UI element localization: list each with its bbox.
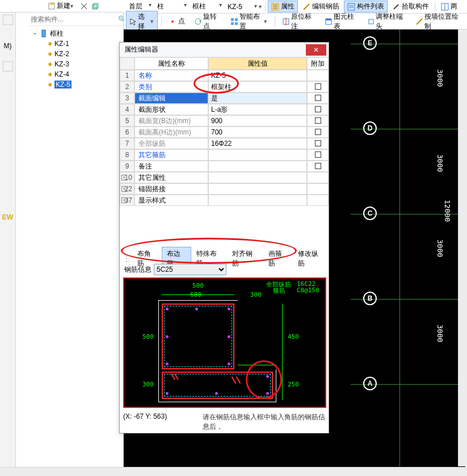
tree-item[interactable]: ✹KZ-2 [48,49,123,59]
adjust-end-button[interactable]: 调整柱端头 [364,11,410,32]
smart-arrange-button[interactable]: 智能布置 ▼ [227,11,271,32]
close-button[interactable]: ✕ [306,44,326,56]
panel-title: 属性编辑器 [124,45,158,54]
copy-icon[interactable] [91,2,99,10]
origin-mark-button[interactable]: 原位标注 [279,11,319,32]
rotate-icon [194,18,201,26]
dimension-text: 3000 [436,69,444,87]
component-tree-panel: 🔍 − 框柱 ✹KZ-1 ✹KZ-2 ✹KZ-3 ✹KZ-4 ✹KZ-5 [28,12,124,476]
close-icon[interactable] [80,2,88,10]
col-name: 属性名称 [134,57,208,70]
tree-root[interactable]: − 框柱 [32,28,123,39]
item-icon: ✹ [48,51,52,57]
select-button[interactable]: 选择 ▼ [126,11,158,32]
tree-root-label: 框柱 [50,29,64,39]
cursor-icon [129,18,136,26]
svg-rect-12 [348,3,355,10]
horizontal-scrollbar[interactable] [0,467,467,476]
column-sheet-button[interactable]: 图元柱表 [321,11,361,32]
left-tool-gutter: M) EW [0,0,16,476]
property-row[interactable]: 3截面编辑是 [120,92,329,104]
svg-line-15 [394,5,398,9]
svg-rect-22 [231,18,234,21]
eyedropper-icon [392,3,400,11]
svg-rect-23 [235,18,237,21]
column-icon [40,30,48,37]
svg-line-11 [304,4,309,10]
grid-bubble: A [363,377,377,390]
dimension-text: 3000 [436,325,444,342]
rebar-info-label: 钢筋信息 [124,265,152,275]
section-diagram[interactable]: 500 600 300 450 250 500 300 全部纵筋 箍筋 16C2… [123,277,326,408]
rebar-tab[interactable]: 修改纵筋 [293,247,329,271]
legend-label: 箍筋 [273,287,285,295]
property-row[interactable]: 9备注 [120,161,329,172]
grid-bubble: C [363,207,377,220]
dim-label: 450 [288,333,299,340]
col-value: 属性值 [208,57,307,70]
properties-icon [271,3,279,11]
vertical-scrollbar[interactable] [458,30,467,466]
dimension-text: 3000 [436,154,444,172]
gutter-label-ew: EW [0,213,15,221]
tree-item-selected[interactable]: ✹KZ-5 [48,79,123,90]
svg-marker-18 [131,19,136,25]
grid-bubble: D [363,121,377,135]
mark-icon [282,18,289,26]
panel-titlebar[interactable]: 属性编辑器 ✕ [120,43,329,57]
point-button[interactable]: 点 [165,15,188,27]
svg-rect-24 [231,22,234,25]
dimension-text: 3000 [436,239,444,257]
tree: − 框柱 ✹KZ-1 ✹KZ-2 ✹KZ-3 ✹KZ-4 ✹KZ-5 [28,26,123,90]
svg-marker-21 [199,20,201,22]
wall-icon [415,18,423,26]
new-button[interactable]: 新建 ▼ [45,1,77,12]
list-icon [347,3,355,11]
status-message: 请在钢筋信息输入框中输入角筋的钢筋信息后， [203,412,326,432]
svg-rect-6 [42,30,45,37]
search-row: 🔍 [28,12,123,26]
status-bar: (X: -67 Y: 563) 请在钢筋信息输入框中输入角筋的钢筋信息后， [123,412,326,432]
rebar-tab[interactable]: 对齐钢筋 [227,247,263,271]
gutter-label: M) [0,42,15,50]
col-extra: 附加 [307,57,329,70]
property-row[interactable]: 22+锚固搭接 [120,183,329,195]
svg-rect-30 [369,19,373,24]
property-row[interactable]: 4截面形状L-a形 [120,104,329,115]
rebar-info-select[interactable]: 5C25 [154,264,226,275]
table-body: 1名称KZ-52类别框架柱3截面编辑是4截面形状L-a形5截面宽(B边)(mm)… [120,70,329,206]
by-position-button[interactable]: 按墙位置绘制 [412,11,465,32]
grip-icon: ⋮ [123,255,130,263]
rotate-point-button[interactable]: 旋转点 [191,11,225,32]
dimension-text: 12000 [443,200,452,222]
grid-icon [441,3,449,11]
tool-icon[interactable] [3,61,13,71]
property-row[interactable]: 1名称KZ-5 [120,70,329,81]
property-row[interactable]: 7全部纵筋16Φ22 [120,138,329,149]
property-row[interactable]: 2类别框架柱 [120,81,329,92]
dim-label: 500 [192,282,204,289]
svg-point-19 [171,20,174,23]
tool-icon[interactable] [3,15,13,25]
grid-icon [230,18,237,26]
adjust-icon [367,18,375,26]
rebar-tab[interactable]: 画箍筋 [263,247,293,271]
item-icon: ✹ [48,71,52,78]
dim-label: 600 [190,291,201,298]
property-row[interactable]: 5截面宽(B边)(mm)900 [120,115,329,127]
tree-item[interactable]: ✹KZ-4 [48,69,123,79]
item-icon: ✹ [48,82,52,88]
tree-item[interactable]: ✹KZ-3 [48,59,123,69]
property-row[interactable]: 37+显示样式 [120,195,329,206]
category-dropdown[interactable]: 柱 [154,1,188,12]
tree-item[interactable]: ✹KZ-1 [48,39,123,49]
grid-bubble: B [363,292,377,305]
property-row[interactable]: 10+其它属性 [120,172,329,183]
svg-rect-4 [92,5,97,9]
property-editor-panel: 属性编辑器 ✕ 属性名称 属性值 附加 1名称KZ-52类别框架柱3截面编辑是4… [119,42,329,433]
svg-rect-29 [326,19,331,20]
property-row[interactable]: 8其它箍筋 [120,149,329,161]
point-icon [169,18,176,26]
property-row[interactable]: 6截面高(H边)(mm)700 [120,127,329,138]
search-input[interactable] [28,14,118,24]
